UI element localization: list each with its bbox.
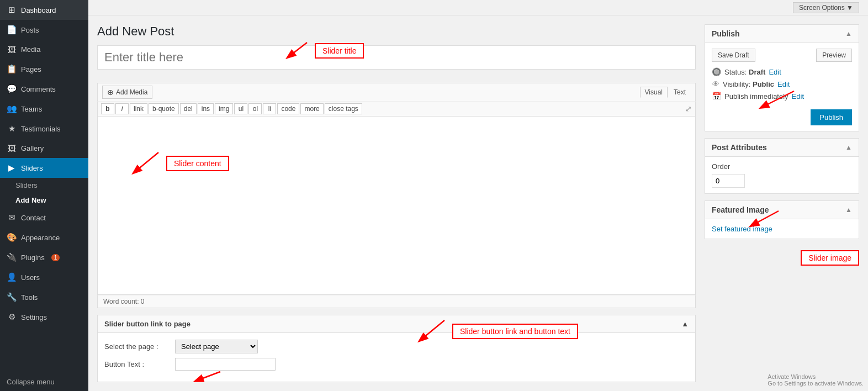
title-input[interactable] — [97, 45, 696, 70]
fmt-li[interactable]: li — [263, 103, 276, 114]
select-page-row: Select the page : Select page — [104, 340, 689, 353]
sidebar-item-tools[interactable]: 🔧 Tools — [0, 287, 88, 307]
sidebar-item-settings[interactable]: ⚙ Settings — [0, 307, 88, 327]
content-area: Add New Post Slider title ⊕ Add Media — [88, 15, 868, 391]
sidebar-item-label: Comments — [21, 85, 56, 93]
arrow-to-title-icon — [285, 40, 313, 62]
arrow-button-icon — [417, 318, 450, 345]
preview-button[interactable]: Preview — [816, 49, 852, 62]
editor-section: Add New Post Slider title ⊕ Add Media — [97, 24, 696, 382]
sidebar-item-users[interactable]: 👤 Users — [0, 267, 88, 287]
post-attributes-header[interactable]: Post Attributes ▲ — [705, 139, 859, 157]
expand-editor-icon[interactable]: ⤢ — [685, 104, 692, 113]
gallery-icon: 🖼 — [7, 144, 17, 153]
slider-title-label: Slider title — [315, 43, 364, 59]
media-icon: 🖼 — [7, 45, 17, 54]
status-label: Status: Draft — [724, 68, 765, 76]
order-input[interactable] — [712, 174, 745, 188]
slider-meta-header[interactable]: Slider button link to page ▲ — [98, 315, 695, 333]
fmt-ol[interactable]: ol — [248, 103, 262, 114]
sidebar-item-label: Settings — [21, 313, 47, 321]
fmt-italic[interactable]: i — [115, 103, 129, 114]
tools-icon: 🔧 — [7, 292, 17, 302]
arrow-featured-icon — [748, 208, 781, 230]
publish-box-header[interactable]: Publish ▲ — [705, 25, 859, 43]
save-draft-button[interactable]: Save Draft — [712, 49, 755, 62]
sidebar-item-dashboard[interactable]: ⊞ Dashboard — [0, 0, 88, 20]
sidebar-item-appearance[interactable]: 🎨 Appearance — [0, 228, 88, 247]
sidebar-item-label: Posts — [21, 26, 39, 34]
featured-image-collapse: ▲ — [845, 206, 852, 214]
activate-windows-notice: Activate Windows Go to Settings to activ… — [768, 373, 864, 387]
screen-options-button[interactable]: Screen Options ▼ — [793, 2, 859, 13]
sidebar-item-contact[interactable]: ✉ Contact — [0, 208, 88, 228]
sidebar-item-sliders[interactable]: ▶ Sliders — [0, 158, 88, 178]
visibility-row: 👁 Visibility: Public Edit — [712, 80, 852, 88]
post-attributes-box: Post Attributes ▲ Order — [705, 138, 859, 194]
sidebar-item-label: Gallery — [21, 144, 44, 152]
editor-body[interactable]: Slider content — [97, 117, 696, 295]
sidebar-item-comments[interactable]: 💬 Comments — [0, 79, 88, 99]
publish-button[interactable]: Publish — [811, 109, 852, 125]
tab-text[interactable]: Text — [669, 87, 691, 98]
button-text-row: Button Text : — [104, 358, 689, 371]
publish-collapse-arrow: ▲ — [845, 30, 852, 38]
fmt-more[interactable]: more — [300, 103, 323, 114]
tab-visual[interactable]: Visual — [640, 87, 668, 98]
fmt-code[interactable]: code — [277, 103, 299, 114]
status-edit-link[interactable]: Edit — [769, 68, 781, 76]
slider-meta-title: Slider button link to page — [104, 320, 190, 328]
settings-icon: ⚙ — [7, 312, 17, 322]
sidebar-item-testimonials[interactable]: ★ Testimonials — [0, 119, 88, 139]
sidebar-item-posts[interactable]: 📄 Posts — [0, 20, 88, 40]
svg-line-3 — [195, 372, 220, 381]
sidebar-item-label: Teams — [21, 105, 42, 113]
fmt-img[interactable]: img — [215, 103, 233, 114]
collapse-menu[interactable]: Collapse menu — [0, 373, 88, 391]
plugins-icon: 🔌 — [7, 252, 17, 262]
sidebar-item-gallery[interactable]: 🖼 Gallery — [0, 139, 88, 158]
publish-box-body: Save Draft Preview 🔘 Status: Draft Edit … — [705, 43, 859, 131]
fmt-bquote[interactable]: b-quote — [149, 103, 179, 114]
fmt-ins[interactable]: ins — [198, 103, 214, 114]
sidebar-item-label: Testimonials — [21, 125, 61, 133]
sidebar-item-label: Media — [21, 45, 40, 54]
slider-content-annotation: Slider content — [131, 150, 229, 177]
featured-image-header[interactable]: Featured Image ▲ — [705, 201, 859, 219]
add-media-button[interactable]: ⊕ Add Media — [102, 86, 152, 99]
sidebar-item-media[interactable]: 🖼 Media — [0, 40, 88, 59]
sidebar-item-teams[interactable]: 👥 Teams — [0, 99, 88, 119]
dashboard-icon: ⊞ — [7, 5, 17, 15]
featured-image-body: Set featured image — [705, 219, 859, 239]
sidebar-item-label: Users — [21, 273, 40, 282]
sidebar-sub-sliders[interactable]: Sliders — [0, 178, 88, 193]
fmt-del[interactable]: del — [180, 103, 197, 114]
arrow-content-icon — [131, 150, 164, 177]
sidebar-sub-add-new[interactable]: Add New — [0, 193, 88, 208]
slider-meta-box: Slider button link to page ▲ Slider butt… — [97, 315, 696, 382]
fmt-close-tags[interactable]: close tags — [325, 103, 362, 114]
visual-text-tabs: Visual Text — [640, 87, 691, 98]
order-label: Order — [712, 162, 852, 171]
sidebar-item-label: Appearance — [21, 234, 60, 242]
slider-button-annotation: Slider button link and button text — [417, 318, 578, 345]
fmt-link[interactable]: link — [130, 103, 147, 114]
arrow-publish-icon — [758, 88, 797, 110]
fmt-ul[interactable]: ul — [234, 103, 247, 114]
arrow-button-text — [193, 369, 226, 382]
arrow-btn-text-icon — [193, 369, 226, 382]
sidebar-item-pages[interactable]: 📋 Pages — [0, 59, 88, 79]
page-title: Add New Post — [97, 24, 696, 39]
publish-arrow-annotation — [758, 88, 797, 112]
visibility-edit-link[interactable]: Edit — [777, 80, 790, 88]
fmt-bold[interactable]: b — [101, 103, 114, 114]
post-attributes-title: Post Attributes — [712, 143, 767, 152]
slider-image-label: Slider image — [801, 250, 859, 266]
sidebar-item-label: Dashboard — [21, 6, 56, 14]
plugins-badge: 1 — [51, 254, 60, 261]
svg-line-1 — [134, 152, 158, 173]
featured-image-arrow — [748, 208, 781, 232]
sidebar-item-plugins[interactable]: 🔌 Plugins 1 — [0, 247, 88, 267]
slider-meta-body: Slider button link and button text Selec… — [98, 333, 695, 382]
select-page-dropdown[interactable]: Select page — [175, 340, 258, 353]
